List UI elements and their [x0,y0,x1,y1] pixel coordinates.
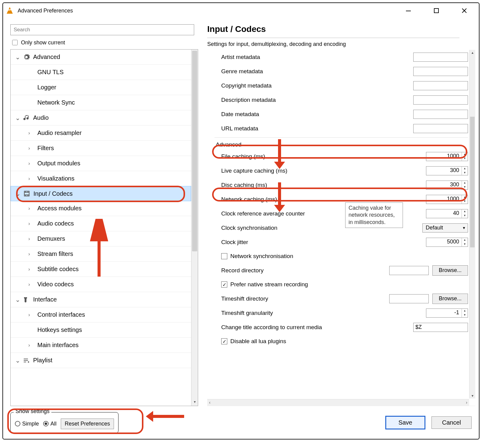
reset-preferences-button[interactable]: Reset Preferences [61,419,114,429]
show-settings-group: Show settings Simple All Reset Preferenc… [10,412,119,433]
numeric-spinner[interactable]: 300▲▼ [426,166,468,175]
network-synchronisation-checkbox[interactable]: Network synchronisation [215,249,468,263]
tree-subitem[interactable]: ›Subtitle codecs [11,262,191,277]
scrollbar-thumb[interactable] [192,51,197,251]
scrollbar-thumb[interactable] [470,117,475,247]
tree-category[interactable]: ⌄Input / Codecs [11,186,191,201]
chevron-right-icon: › [25,146,33,151]
tree-subitem[interactable]: ›Control interfaces [11,307,191,322]
chevron-right-icon: › [25,206,33,211]
tree-item-label: Output modules [35,160,80,167]
dropdown-icon: ▼ [462,226,466,230]
clock-sync-row: Clock synchronisation Default ▼ [215,221,468,235]
setting-label: Artist metadata [215,54,404,60]
minimize-button[interactable] [401,5,416,17]
tree-subitem[interactable]: ›Output modules [11,156,191,171]
tree-item-label: Main interfaces [35,342,79,349]
film-icon [22,190,32,197]
chevron-right-icon: › [25,236,33,242]
tree-item-label: Audio codecs [35,220,74,227]
tree-category[interactable]: ⌄Playlist [11,353,191,368]
tree-subitem[interactable]: Hotkeys settings [11,322,191,338]
tree-subitem[interactable]: ›Audio resampler [11,126,191,141]
clock-sync-combo[interactable]: Default ▼ [422,223,468,233]
app-icon [5,6,14,15]
tree-item-label: Subtitle codecs [35,266,79,273]
browse-button[interactable]: Browse... [432,294,468,304]
tree-subitem[interactable]: ›Filters [11,141,191,156]
tree-item-label: Logger [35,84,56,91]
tree-item-label: GNU TLS [35,69,64,76]
clock-jitter-spinner[interactable]: 5000 ▲▼ [426,238,468,247]
tree-subitem[interactable]: GNU TLS [11,65,191,80]
metadata-input[interactable] [413,95,468,105]
tree-category[interactable]: ⌄Interface [11,292,191,307]
setting-label: Live capture caching (ms) [215,167,404,174]
maximize-button[interactable] [429,5,444,17]
tree-item-label: Hotkeys settings [35,326,82,333]
metadata-input[interactable] [413,67,468,76]
tree-item-label: Advanced [31,53,60,60]
tree-category[interactable]: ⌄Audio [11,110,191,126]
change-title-input[interactable] [413,323,468,332]
change-title-row: Change title according to current media [215,320,468,334]
tree-scrollbar[interactable]: ▴ ▾ [191,50,198,406]
timeshift-directory-row: Timeshift directory Browse... [215,291,468,306]
tree-item-label: Interface [31,296,57,303]
numeric-spinner[interactable]: 300▲▼ [426,181,468,190]
metadata-input[interactable] [413,110,468,119]
simple-radio[interactable]: Simple [15,421,39,427]
search-input[interactable] [10,24,194,35]
tree-category[interactable]: ⌄Advanced [11,50,191,65]
prefer-native-checkbox[interactable]: ✓ Prefer native stream recording [215,277,468,291]
tree-subitem[interactable]: ›Visualizations [11,171,191,186]
close-button[interactable] [457,5,472,17]
only-show-current-label: Only show current [21,40,65,46]
checkbox-icon: ✓ [221,281,227,288]
tree-subitem[interactable]: Logger [11,80,191,95]
tree-subitem[interactable]: ›Demuxers [11,231,191,246]
metadata-input[interactable] [413,124,468,133]
record-directory-input[interactable] [389,266,429,275]
cancel-button[interactable]: Cancel [431,416,472,429]
setting-label: Date metadata [215,111,404,118]
setting-label: Copyright metadata [215,82,404,89]
tree-item-label: Video codecs [35,281,74,288]
timeshift-directory-input[interactable] [389,294,429,303]
only-show-current-checkbox[interactable]: Only show current [11,39,201,46]
setting-label: File caching (ms) [215,153,404,160]
tree-item-label: Access modules [35,205,82,212]
tree-subitem[interactable]: ›Access modules [11,201,191,216]
metadata-input[interactable] [413,81,468,90]
timeshift-granularity-spinner[interactable]: -1 ▲▼ [426,308,468,318]
chevron-right-icon: › [25,176,33,181]
tree-subitem[interactable]: ›Stream filters [11,246,191,262]
tree-subitem[interactable]: Network Sync [11,95,191,110]
settings-vscrollbar[interactable]: ▴ ▾ [469,50,475,398]
settings-hscrollbar[interactable]: ‹ › [207,399,469,406]
metadata-row: Artist metadata [215,50,468,64]
all-radio[interactable]: All [43,421,57,427]
tree-item-label: Playlist [31,357,52,364]
setting-label: Disc caching (ms) [215,182,404,188]
scroll-down-icon[interactable]: ▾ [191,400,198,406]
show-settings-group-label: Show settings [14,408,51,415]
chevron-right-icon: › [25,312,33,318]
tree-subitem[interactable]: ›Main interfaces [11,338,191,353]
tree-item-label: Audio [31,114,49,121]
tree-subitem[interactable]: ›Audio codecs [11,216,191,231]
save-button[interactable]: Save [385,416,425,429]
chevron-right-icon: › [25,221,33,226]
numeric-spinner[interactable]: 1000▲▼ [426,152,468,161]
numeric-spinner[interactable]: 40▲▼ [426,209,468,218]
metadata-input[interactable] [413,53,468,62]
disable-lua-checkbox[interactable]: ✓ Disable all lua plugins [215,334,468,348]
numeric-spinner[interactable]: 1000▲▼ [426,195,468,204]
numeric-setting-row: Disc caching (ms)300▲▼ [215,178,468,192]
setting-label: Clock jitter [215,239,404,246]
clock-jitter-row: Clock jitter 5000 ▲▼ [215,235,468,249]
tree-subitem[interactable]: ›Video codecs [11,277,191,292]
browse-button[interactable]: Browse... [432,265,468,276]
chevron-right-icon: › [25,161,33,166]
metadata-row: URL metadata [215,121,468,136]
